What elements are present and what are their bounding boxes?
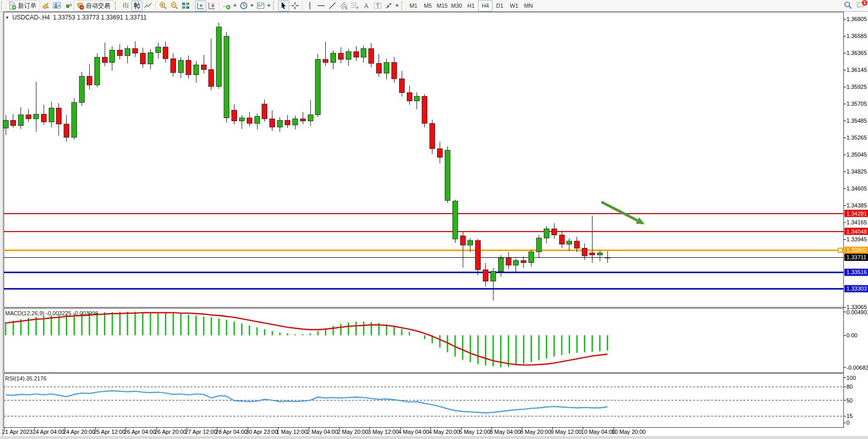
price-axis-tick: 1.34165 (846, 219, 867, 225)
time-axis-label: 3 May 12:00 (368, 429, 399, 435)
text-tool-button[interactable]: A (361, 1, 372, 11)
chevron-down-icon (267, 5, 270, 7)
price-axis-tick: 1.34385 (846, 202, 867, 208)
price-level-badge-text: 1.34048 (846, 228, 867, 235)
price-axis-tick: 1.36805 (846, 16, 867, 22)
vertical-line-icon (306, 2, 314, 10)
price-axis-tick: 1.36145 (846, 67, 867, 73)
templates-button[interactable] (255, 1, 272, 11)
tab-timeframe-m1[interactable]: M1 (406, 0, 421, 11)
text-label-tool-button[interactable]: T (372, 1, 383, 11)
rsi-axis-tick: 0 (846, 419, 850, 426)
candle-chart-type-button[interactable] (131, 1, 143, 11)
search-icon[interactable] (844, 1, 852, 11)
rsi-axis-tick: 100 (846, 375, 856, 381)
tab-timeframe-m30[interactable]: M30 (449, 0, 464, 11)
toolbar-grip[interactable] (1, 2, 5, 10)
price-axis-tick: 1.36585 (846, 33, 867, 39)
indicators-button[interactable] (221, 1, 238, 11)
zoom-in-button[interactable] (157, 1, 169, 11)
template-icon (257, 2, 265, 10)
time-axis-label: 2 May 20:00 (337, 429, 368, 435)
rsi-axis-tick: 80 (846, 384, 853, 390)
auto-trading-button[interactable]: 自动交易 (74, 1, 114, 11)
zoom-in-icon (159, 2, 167, 10)
cursor-tool-button[interactable] (278, 1, 289, 11)
vertical-line-tool-button[interactable] (304, 1, 315, 11)
chart-shift-button[interactable] (206, 1, 218, 11)
chart-svg[interactable]: 1.368051.365851.363651.361451.359251.357… (0, 12, 868, 439)
horizontal-line-icon (317, 2, 325, 10)
news-button[interactable] (63, 1, 74, 11)
tab-timeframe-mn[interactable]: MN (521, 0, 536, 11)
time-axis[interactable]: 21 Apr 202324 Apr 04:0024 Apr 20:0025 Ap… (2, 428, 646, 435)
time-axis-label: 10 May 20:00 (611, 429, 646, 435)
price-level-badge-text: 1.33711 (846, 254, 866, 260)
line-chart-type-button[interactable] (143, 1, 154, 11)
chart-canvas[interactable]: 1.368051.365851.363651.361451.359251.357… (0, 12, 868, 439)
line-drag-handle[interactable] (838, 248, 842, 252)
periods-button[interactable] (238, 1, 255, 11)
time-axis-label: 8 May 04:00 (489, 429, 521, 435)
time-axis-label: 10 May 04:00 (581, 429, 616, 435)
chevron-down-icon (233, 5, 236, 7)
profile-button[interactable] (51, 1, 63, 11)
toolbar-grip[interactable] (273, 2, 277, 10)
time-axis-label: 26 Apr 04:00 (124, 429, 156, 435)
toolbar-grip[interactable] (115, 2, 119, 10)
shapes-tool-button[interactable] (383, 1, 400, 11)
symbol-dropdown-icon[interactable]: ▼ (5, 15, 9, 20)
auto-trading-label: 自动交易 (86, 2, 110, 10)
fibonacci-tool-button[interactable]: F (349, 1, 361, 11)
broadcast-icon (64, 2, 72, 10)
chat-button[interactable]: 1 (856, 1, 865, 11)
time-axis-label: 4 May 20:00 (429, 429, 460, 435)
signals-button[interactable] (40, 1, 51, 11)
price-axis[interactable]: 1.368051.365851.363651.361451.359251.357… (838, 16, 868, 310)
rsi-line (6, 391, 607, 413)
tab-timeframe-d1[interactable]: D1 (492, 0, 507, 11)
tile-windows-button[interactable] (180, 1, 191, 11)
macd-pane: 0.0049010.00-0.006838 (6, 309, 868, 371)
horizontal-levels[interactable] (4, 214, 844, 289)
toolbar-grip[interactable] (401, 2, 405, 10)
new-order-label: 新订单 (18, 2, 36, 10)
auto-scroll-button[interactable] (195, 1, 206, 11)
new-order-button[interactable]: 新订单 (6, 1, 40, 11)
horizontal-line-tool-button[interactable] (315, 1, 327, 11)
time-axis-label: 25 Apr 12:00 (93, 429, 125, 435)
bar-chart-icon (122, 2, 130, 10)
time-axis-label: 24 Apr 20:00 (63, 429, 95, 435)
tab-timeframe-m5[interactable]: M5 (421, 0, 435, 11)
crosshair-icon (291, 2, 299, 10)
price-axis-tick: 1.35045 (846, 151, 867, 158)
rsi-axis-tick: 15 (846, 413, 853, 419)
time-axis-label: 4 May 04:00 (398, 429, 429, 435)
macd-axis-tick: -0.006838 (846, 365, 868, 371)
channel-tool-button[interactable]: E (338, 1, 349, 11)
rsi-indicator-label: RSI(14) 35.2176 (5, 375, 47, 381)
price-axis-tick: 1.35925 (846, 84, 867, 90)
zoom-out-button[interactable] (169, 1, 180, 11)
chart-header[interactable]: ▼ USDCAD-,H4 1.33753 1.33773 1.33691 1.3… (5, 14, 147, 21)
candlesticks (3, 23, 610, 301)
time-axis-label: 27 Apr 12:00 (185, 429, 216, 435)
tab-timeframe-h4[interactable]: H4 (478, 0, 492, 11)
time-axis-label: 28 Apr 04:00 (215, 429, 247, 435)
rsi-pane: 1008050150 (4, 375, 856, 426)
tab-timeframe-h1[interactable]: H1 (464, 0, 478, 11)
tab-timeframe-m15[interactable]: M15 (435, 0, 449, 11)
bar-chart-type-button[interactable] (120, 1, 131, 11)
time-axis-label: 9 May 12:00 (550, 429, 582, 435)
crosshair-tool-button[interactable] (289, 1, 301, 11)
trendline-icon (328, 2, 337, 10)
time-axis-label: 2 May 04:00 (307, 429, 338, 435)
ohlc-values: 1.33753 1.33773 1.33691 1.33711 (53, 14, 147, 21)
macd-axis-tick: 0.00 (846, 332, 857, 338)
price-level-badge-text: 1.33802 (846, 247, 867, 253)
label-tool-icon: T (376, 3, 380, 9)
clock-icon (240, 2, 248, 10)
chevron-down-icon (250, 5, 253, 7)
tab-timeframe-w1[interactable]: W1 (507, 0, 521, 11)
trendline-tool-button[interactable] (327, 1, 338, 11)
